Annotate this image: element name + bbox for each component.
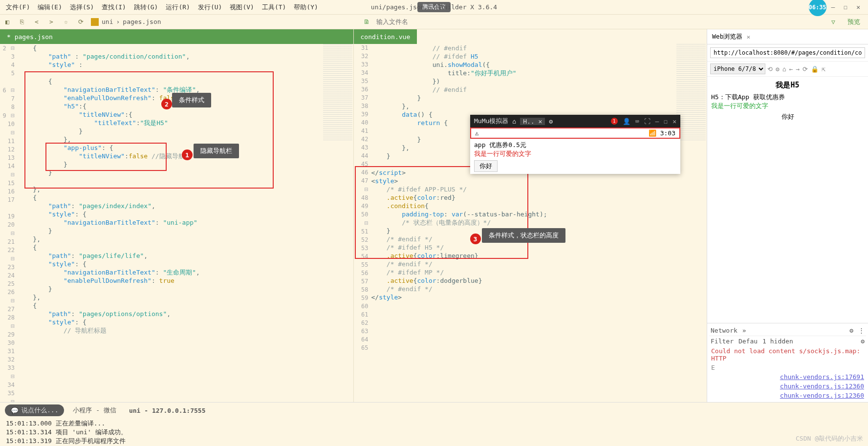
reload-icon[interactable]: ⟳ bbox=[803, 65, 808, 73]
filter-icon[interactable]: ▽ bbox=[829, 18, 838, 26]
panel-toggle-icon[interactable]: ◧ bbox=[3, 18, 12, 26]
menu-publish[interactable]: 发行(U) bbox=[194, 1, 226, 14]
preview-line-1: H5：下载App 获取优惠券 bbox=[711, 93, 864, 102]
save-icon[interactable]: ⎘ bbox=[18, 18, 26, 26]
toolbar: ◧ ⎘ < > ☆ ⟳ uni › pages.json 🗎 ▽ 预览 bbox=[0, 15, 868, 29]
preview-content: 我是H5 H5：下载App 获取优惠券 我是一行可爱的文字 你好 bbox=[707, 77, 868, 323]
callout-hide-nav: 隐藏导航栏 bbox=[194, 144, 239, 158]
preview-line-3: 你好 bbox=[711, 112, 864, 121]
menu-find[interactable]: 查找(I) bbox=[98, 1, 130, 14]
devtools-filter[interactable]: Filter bbox=[711, 338, 734, 345]
settings-icon[interactable]: ⚙ bbox=[776, 65, 780, 73]
web-preview-panel: Web浏览器× iPhone 6/7/8 ⟲ ⚙ ⌂ ← → ⟳ 🔒 ⇱ 我是H… bbox=[707, 29, 868, 402]
tab-condition-vue[interactable]: condition.vue bbox=[354, 29, 707, 44]
preview-line-2: 我是一行可爱的文字 bbox=[711, 102, 864, 110]
preview-url-input[interactable] bbox=[710, 47, 865, 58]
star-icon[interactable]: ☆ bbox=[62, 18, 70, 26]
chat-input[interactable]: 💬 说点什么... bbox=[5, 404, 64, 416]
home-icon[interactable]: ⌂ bbox=[782, 65, 786, 73]
preview-title: 我是H5 bbox=[711, 81, 864, 90]
warning-icon: ⚠ bbox=[475, 129, 479, 137]
badge-1: 1 bbox=[182, 149, 193, 160]
clock-badge: 06:35 bbox=[809, 0, 826, 16]
device-select[interactable]: iPhone 6/7/8 bbox=[710, 64, 765, 74]
rotate-icon[interactable]: ⟲ bbox=[767, 65, 773, 73]
breadcrumb-project[interactable]: uni bbox=[102, 18, 113, 25]
prev-back-icon[interactable]: ← bbox=[789, 65, 793, 73]
mumu-line-1: app 优惠券0.5元 bbox=[474, 141, 676, 149]
prev-forward-icon[interactable]: → bbox=[796, 65, 800, 73]
mumu-key-icon[interactable]: ⌨ bbox=[635, 118, 639, 125]
gutter-left: 2 ⊟3456 ⊟789 ⊟10 ⊟11121314 ⊟1516171920 ⊟… bbox=[0, 44, 18, 402]
menu-goto[interactable]: 跳转(G) bbox=[130, 1, 162, 14]
devtools-more-icon[interactable]: » bbox=[742, 327, 746, 334]
preview-button[interactable]: 预览 bbox=[843, 17, 865, 27]
external-icon[interactable]: ⇱ bbox=[822, 65, 825, 73]
callout-statusbar: 条件样式，状态栏的高度 bbox=[482, 228, 565, 243]
project-icon bbox=[91, 18, 99, 26]
minimize-icon[interactable]: — bbox=[831, 3, 835, 11]
forward-icon[interactable]: > bbox=[47, 18, 56, 26]
devtools-link-2[interactable]: chunk-vendors.js:12360 bbox=[709, 382, 866, 391]
menu-tools[interactable]: 工具(T) bbox=[258, 1, 290, 14]
status-mp[interactable]: 小程序 - 微信 bbox=[69, 404, 120, 416]
mumu-max-icon[interactable]: ☐ bbox=[664, 118, 668, 125]
annotation-box-style bbox=[355, 166, 528, 259]
mumu-notification-badge[interactable]: 1 bbox=[611, 118, 618, 125]
menu-help[interactable]: 帮助(Y) bbox=[290, 1, 322, 14]
menu-edit[interactable]: 编辑(E) bbox=[34, 1, 65, 14]
menu-select[interactable]: 选择(S) bbox=[66, 1, 98, 14]
devtools-link-1[interactable]: chunk-vendors.js:17691 bbox=[709, 372, 866, 382]
callout-style: 条件样式 bbox=[172, 93, 211, 107]
status-address: uni - 127.0.0.1:7555 bbox=[125, 405, 210, 416]
mumu-close-icon[interactable]: ✕ bbox=[673, 118, 676, 125]
mumu-hello-button[interactable]: 你好 bbox=[474, 160, 498, 172]
devtools-hidden: 1 hidden bbox=[762, 338, 793, 345]
menu-view[interactable]: 视图(V) bbox=[226, 1, 258, 14]
close-preview-icon[interactable]: × bbox=[746, 33, 750, 41]
devtools-network-tab[interactable]: Network bbox=[711, 327, 738, 334]
annotation-box-app-plus bbox=[45, 143, 167, 171]
devtools-gear2-icon[interactable]: ⚙ bbox=[861, 338, 865, 345]
file-search-icon[interactable]: 🗎 bbox=[363, 18, 371, 26]
minimap-left[interactable] bbox=[323, 44, 352, 142]
badge-3: 3 bbox=[470, 234, 481, 244]
mumu-statusbar: ⚠ 📶 3:03 bbox=[470, 127, 680, 139]
devtools-panel: Network » ⚙ ⋮ Filter Defau 1 hidden ⚙ Co… bbox=[707, 323, 868, 402]
chevron-right-icon: › bbox=[116, 18, 120, 25]
mumu-min-icon[interactable]: — bbox=[655, 118, 659, 125]
mumu-emulator-window[interactable]: MuMu模拟器⌂ H.. ✕ ⚙ 1 👤 ⌨ ⛶ — ☐ ✕ ⚠ 📶 3:03 … bbox=[470, 115, 680, 174]
annotation-box-outer bbox=[24, 71, 274, 189]
mumu-titlebar[interactable]: MuMu模拟器⌂ H.. ✕ ⚙ 1 👤 ⌨ ⛶ — ☐ ✕ bbox=[470, 115, 680, 127]
search-input[interactable] bbox=[374, 16, 433, 27]
preview-tab[interactable]: Web浏览器× bbox=[707, 29, 868, 44]
mumu-gear-icon[interactable]: ⚙ bbox=[549, 118, 553, 125]
back-icon[interactable]: < bbox=[32, 18, 41, 26]
wifi-icon: 📶 bbox=[649, 129, 656, 137]
devtools-link-3[interactable]: chunk-vendors.js:12360 bbox=[709, 391, 866, 400]
devtools-default[interactable]: Defau bbox=[738, 338, 758, 345]
console-output: 15:01:13.000 正在差量编译... 15:01:13.314 项目 '… bbox=[0, 418, 868, 446]
bottom-panel: 💬 说点什么... 小程序 - 微信 uni - 127.0.0.1:7555 … bbox=[0, 402, 868, 446]
breadcrumb: uni › pages.json bbox=[91, 18, 161, 26]
devtools-menu-icon[interactable]: ⋮ bbox=[858, 327, 865, 334]
maximize-icon[interactable]: ☐ bbox=[844, 3, 847, 11]
close-icon[interactable]: ✕ bbox=[856, 3, 860, 11]
tab-pages-json[interactable]: * pages.json bbox=[0, 29, 353, 44]
watermark: CSDN @敲代码的小吉米 bbox=[796, 434, 863, 443]
lock-icon[interactable]: 🔒 bbox=[811, 65, 819, 73]
mumu-user-icon[interactable]: 👤 bbox=[623, 118, 630, 125]
badge-2: 2 bbox=[161, 99, 172, 109]
mumu-full-icon[interactable]: ⛶ bbox=[644, 118, 651, 125]
mumu-home-icon[interactable]: ⌂ bbox=[512, 118, 516, 125]
devtools-gear-icon[interactable]: ⚙ bbox=[849, 327, 853, 334]
mumu-body: app 优惠券0.5元 我是一行可爱的文字 你好 bbox=[470, 139, 680, 174]
menu-file[interactable]: 文件(F) bbox=[2, 1, 34, 14]
breadcrumb-file[interactable]: pages.json bbox=[123, 18, 161, 25]
refresh-icon[interactable]: ⟳ bbox=[76, 18, 85, 26]
menu-run[interactable]: 运行(R) bbox=[162, 1, 194, 14]
devtools-error: Could not load content s/sockjs.js.map: … bbox=[709, 346, 866, 363]
mumu-line-2: 我是一行可爱的文字 bbox=[474, 149, 676, 158]
mumu-tab[interactable]: H.. ✕ bbox=[520, 118, 545, 125]
minimap-right[interactable] bbox=[676, 44, 706, 142]
